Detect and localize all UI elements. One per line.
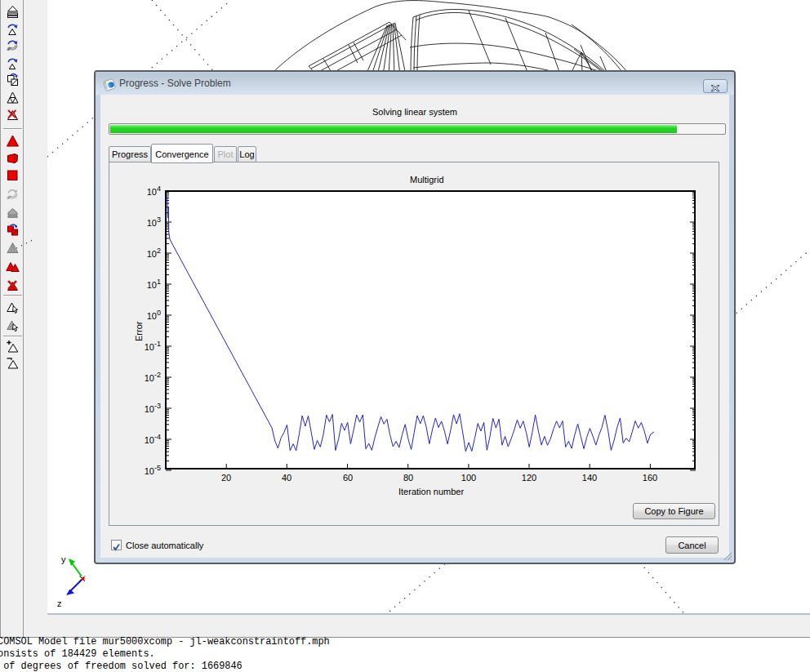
svg-text:y: y <box>61 554 66 564</box>
svg-text:z: z <box>57 599 62 608</box>
